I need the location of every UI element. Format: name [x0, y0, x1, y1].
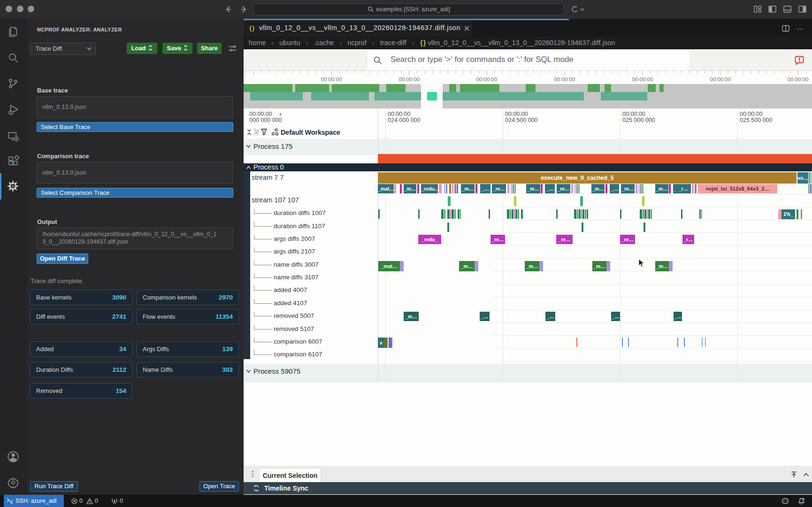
svg-text:00:00:00: 00:00:00 — [399, 77, 420, 82]
svg-text:00:00:00: 00:00:00 — [476, 77, 498, 82]
svg-text:00:00:00: 00:00:00 — [554, 77, 575, 82]
svg-text:00:00:00: 00:00:00 — [632, 77, 653, 82]
svg-text:00:00:00: 00:00:00 — [788, 77, 809, 82]
svg-text:00:00:00: 00:00:00 — [710, 77, 731, 82]
svg-text:00:00:00: 00:00:00 — [321, 77, 342, 82]
svg-text:n: n — [12, 184, 14, 189]
